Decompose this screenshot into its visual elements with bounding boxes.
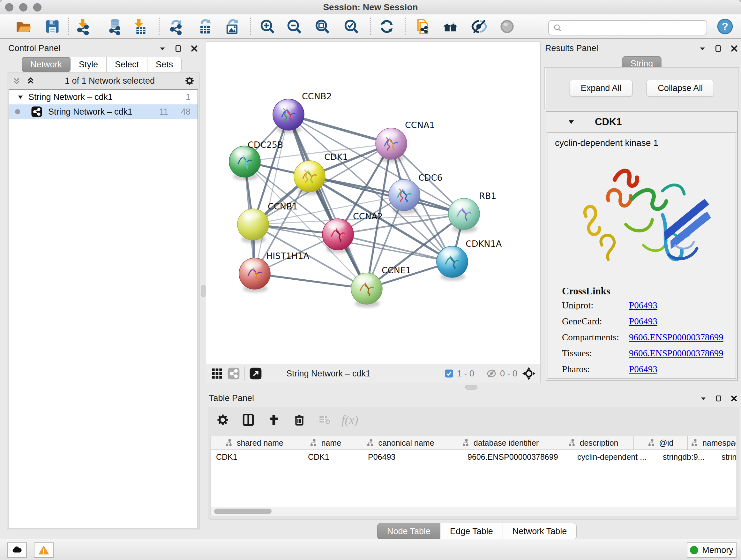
results-panel-float-icon[interactable] [714, 44, 723, 53]
string-view-icon[interactable] [225, 366, 242, 381]
zoom-fit-content-icon[interactable] [313, 17, 331, 36]
first-neighbors-icon[interactable] [441, 17, 459, 36]
control-panel-close-icon[interactable] [190, 44, 199, 53]
results-panel-close-icon[interactable] [730, 44, 738, 53]
import-table-from-file-icon[interactable] [130, 17, 148, 36]
zoom-in-icon[interactable] [259, 17, 276, 36]
export-network-icon[interactable] [167, 17, 185, 36]
network-node-RB1[interactable] [448, 198, 480, 233]
results-panel-collapse-icon[interactable] [698, 44, 706, 53]
import-network-from-file-icon[interactable] [74, 17, 92, 36]
export-image-icon[interactable] [223, 17, 241, 36]
network-node-CCNE1[interactable] [351, 273, 382, 307]
horizontal-splitter-grip[interactable] [465, 385, 477, 389]
tab-select[interactable]: Select [107, 57, 147, 72]
zoom-out-icon[interactable] [285, 17, 303, 36]
column-header-database-identifier[interactable]: database identifier [448, 436, 553, 449]
select-columns-icon[interactable] [239, 411, 257, 429]
new-network-from-selection-icon[interactable] [414, 17, 432, 36]
warnings-button[interactable] [34, 543, 54, 558]
network-node-CCNA1[interactable] [376, 128, 407, 163]
table-hscrollbar-thumb[interactable] [214, 509, 272, 514]
table-panel-collapse-icon[interactable] [699, 395, 707, 402]
table-cell[interactable]: cyclin-dependent ... [572, 450, 658, 463]
table-cell[interactable]: CDK1 [303, 450, 363, 463]
tab-style[interactable]: Style [71, 57, 107, 72]
tab-edge-table[interactable]: Edge Table [441, 523, 503, 540]
collapse-all-button[interactable]: Collapse All [647, 80, 714, 97]
delete-column-trash-icon[interactable] [290, 411, 308, 429]
column-header-shared-name[interactable]: shared name [211, 436, 298, 449]
zoom-selected-region-icon[interactable] [342, 17, 360, 36]
crosslink-value-link[interactable]: 9606.ENSP00000378699 [629, 348, 736, 359]
left-splitter-grip[interactable] [201, 285, 205, 297]
tab-network-table[interactable]: Network Table [503, 523, 577, 540]
network-node-CDC6[interactable] [389, 179, 420, 214]
table-hscrollbar-track[interactable] [211, 507, 736, 516]
network-edge-HIST1H1A-CCNE1[interactable] [255, 273, 367, 289]
table-panel-float-icon[interactable] [715, 395, 723, 402]
crosslink-value-link[interactable]: P06493 [629, 300, 736, 311]
grid-view-icon[interactable] [209, 366, 225, 381]
network-node-CDC25B[interactable] [229, 146, 260, 180]
help-icon[interactable]: ? [716, 17, 734, 36]
export-table-icon[interactable] [196, 17, 214, 36]
search-field[interactable] [548, 20, 707, 36]
network-edge-CCNB2-CCNE1[interactable] [288, 115, 367, 289]
network-node-CCNB2[interactable] [273, 99, 304, 133]
collapse-all-networks-icon[interactable] [12, 76, 21, 85]
window-title: Session: New Session [0, 2, 741, 12]
crosslink-value-link[interactable]: P06493 [629, 364, 736, 374]
network-edge-CCNB2-HIST1H1A[interactable] [255, 115, 288, 273]
table-cell[interactable]: P06493 [363, 450, 462, 463]
network-canvas[interactable]: CCNB2CCNA1CDC25BCDK1CDC6RB1CCNB1CCNA2CDK… [206, 42, 540, 364]
network-collection-row[interactable]: String Network – cdk1 1 [9, 90, 198, 105]
table-cell[interactable]: 9606.ENSP00000378699 [462, 450, 572, 463]
selected-checkbox-icon[interactable] [444, 369, 454, 378]
column-header--id[interactable]: @id [634, 436, 688, 449]
add-column-icon[interactable] [265, 411, 283, 429]
network-node-HIST1H1A[interactable] [239, 258, 270, 293]
open-in-window-icon[interactable] [247, 366, 264, 381]
tab-node-table[interactable]: Node Table [377, 523, 441, 540]
network-node-CCNA2[interactable] [322, 219, 354, 253]
network-node-CDK1[interactable] [294, 161, 325, 195]
column-header-description[interactable]: description [553, 436, 634, 449]
tab-network[interactable]: Network [22, 57, 71, 72]
search-input[interactable] [565, 22, 706, 34]
network-options-gear-icon[interactable] [184, 75, 195, 86]
table-gear-icon[interactable] [214, 411, 232, 429]
table-cell[interactable]: CDK1 [211, 450, 303, 463]
table-panel-close-icon[interactable] [730, 395, 738, 402]
show-all-icon[interactable] [498, 17, 516, 36]
network-node-count: 11 [159, 107, 168, 117]
birds-eye-view-icon[interactable] [521, 366, 537, 381]
expand-all-networks-icon[interactable] [26, 76, 36, 85]
network-node-CCNB1[interactable] [238, 209, 269, 243]
column-header-name[interactable]: name [298, 436, 353, 449]
open-session-icon[interactable] [15, 17, 32, 36]
cloud-status-button[interactable] [7, 543, 27, 558]
column-header-canonical-name[interactable]: canonical name [353, 436, 448, 449]
crosslink-row: GeneCard:P06493 [562, 316, 736, 327]
save-session-icon[interactable] [44, 17, 61, 36]
crosslink-row: Uniprot:P06493 [562, 300, 736, 311]
network-node-CDKN1A[interactable] [436, 246, 468, 281]
app-window: Session: New Session [0, 0, 741, 560]
gene-collapse-icon[interactable] [567, 118, 575, 126]
table-cell[interactable]: stringdb:9... [658, 450, 717, 463]
import-network-from-database-icon[interactable] [106, 17, 124, 36]
expand-all-button[interactable]: Expand All [569, 80, 633, 97]
table-cell[interactable]: stringdb [717, 450, 736, 463]
column-header-namespace[interactable]: namespace [688, 436, 736, 449]
memory-button[interactable]: Memory [687, 543, 737, 558]
control-panel-collapse-icon[interactable] [158, 44, 166, 53]
crosslink-value-link[interactable]: 9606.ENSP00000378699 [629, 332, 736, 343]
control-panel-float-icon[interactable] [174, 44, 183, 53]
crosslink-value-link[interactable]: P06493 [629, 316, 736, 327]
refresh-network-view-icon[interactable] [378, 17, 396, 36]
tab-sets[interactable]: Sets [147, 57, 182, 72]
gene-section-header[interactable]: CDK1 [546, 112, 737, 132]
hide-selected-icon[interactable] [470, 17, 488, 36]
network-row-selected[interactable]: String Network – cdk1 11 48 [9, 105, 198, 119]
